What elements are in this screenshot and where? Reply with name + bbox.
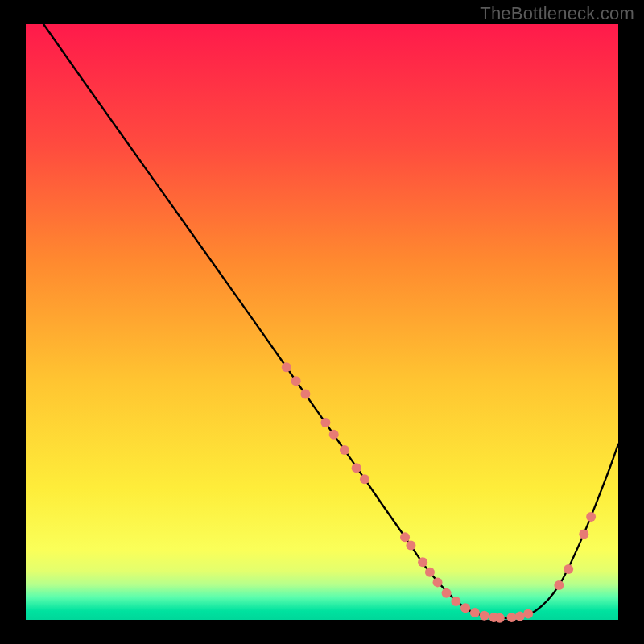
chart-container: TheBottleneck.com <box>0 0 644 644</box>
highlight-dot <box>406 541 415 551</box>
highlight-dot <box>300 390 310 399</box>
highlight-dot <box>564 564 573 574</box>
highlight-dot <box>433 577 443 587</box>
highlight-dot <box>400 532 410 542</box>
highlight-dot <box>360 474 369 484</box>
highlight-dot <box>460 603 470 613</box>
highlight-dot <box>470 608 480 617</box>
highlight-dot <box>586 512 596 522</box>
highlight-dot <box>425 568 435 577</box>
highlight-dot <box>282 362 291 372</box>
highlight-dot <box>507 613 517 622</box>
highlight-dot <box>579 529 588 539</box>
highlight-dot <box>480 611 489 621</box>
highlight-dot <box>418 557 427 567</box>
highlight-dot <box>442 588 452 598</box>
highlight-dot <box>352 463 361 473</box>
highlight-dot <box>515 612 525 621</box>
highlight-dot <box>523 609 533 619</box>
highlight-dot <box>451 597 460 606</box>
highlight-dot <box>320 418 330 427</box>
watermark-text: TheBottleneck.com <box>480 3 634 24</box>
highlight-dot <box>329 430 339 440</box>
highlight-dot <box>495 613 505 623</box>
plot-background <box>26 24 618 620</box>
bottleneck-chart <box>0 0 644 644</box>
highlight-dot <box>554 580 564 590</box>
highlight-dot <box>291 376 301 386</box>
highlight-dot <box>340 445 349 455</box>
